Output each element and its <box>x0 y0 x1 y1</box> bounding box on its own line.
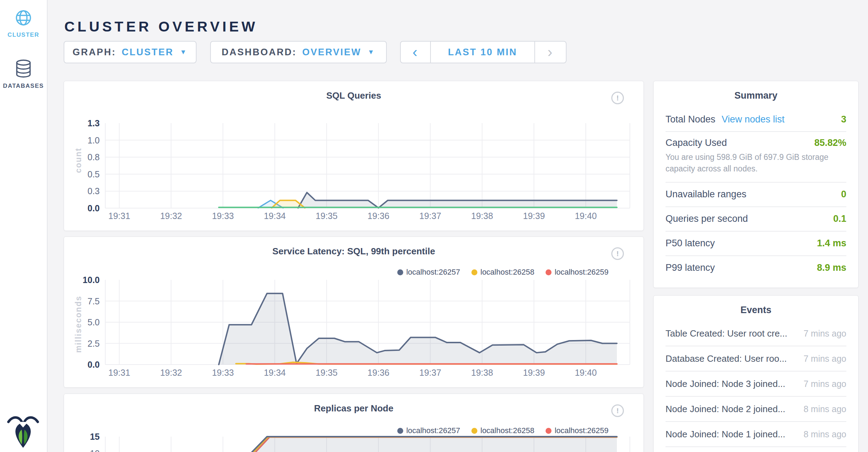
service-latency-plot[interactable]: 0.02.55.07.510.019:3119:3219:3319:3419:3… <box>64 237 644 388</box>
svg-text:19:38: 19:38 <box>471 368 493 377</box>
time-window-prev-button[interactable]: ‹ <box>401 42 431 63</box>
svg-text:19:37: 19:37 <box>419 211 441 221</box>
cockroachdb-logo <box>6 413 40 449</box>
summary-panel: Summary Total Nodes View nodes list 3 Ca… <box>653 81 859 288</box>
service-latency-panel: Service Latency: SQL, 99th percentile lo… <box>64 236 644 388</box>
svg-text:1.0: 1.0 <box>87 135 100 145</box>
graph-dropdown-label: GRAPH: <box>73 47 116 58</box>
graph-dropdown[interactable]: GRAPH: CLUSTER ▼ <box>64 41 197 63</box>
dashboard-dropdown-label: DASHBOARD: <box>222 47 297 58</box>
summary-value: 85.82% <box>814 137 846 148</box>
svg-text:19:31: 19:31 <box>108 211 130 221</box>
svg-text:0.0: 0.0 <box>87 360 100 369</box>
event-row: Node Joined: Node 3 joined... 7 mins ago <box>666 372 846 397</box>
sidebar: CLUSTER DATABASES <box>0 0 48 452</box>
sidebar-item-label: DATABASES <box>0 83 47 90</box>
svg-text:19:39: 19:39 <box>523 368 545 377</box>
svg-text:19:34: 19:34 <box>264 211 286 221</box>
svg-text:19:31: 19:31 <box>108 368 130 377</box>
events-panel: Events Table Created: User root cre... 7… <box>653 295 859 452</box>
replicas-per-node-plot[interactable]: 05101519:3119:3219:3319:3419:3519:3619:3… <box>64 394 644 452</box>
event-time: 7 mins ago <box>804 354 846 364</box>
graph-dropdown-value: CLUSTER <box>122 47 174 58</box>
summary-value: 1.4 ms <box>817 238 846 249</box>
summary-label: Queries per second <box>666 213 748 224</box>
sidebar-item-label: CLUSTER <box>0 31 47 38</box>
svg-text:19:38: 19:38 <box>471 211 493 221</box>
summary-label: Capacity Used <box>666 137 727 148</box>
svg-text:19:32: 19:32 <box>160 211 182 221</box>
svg-text:19:35: 19:35 <box>316 211 338 221</box>
svg-text:0.0: 0.0 <box>87 203 100 213</box>
svg-text:10: 10 <box>90 449 100 452</box>
svg-text:0.3: 0.3 <box>87 186 100 196</box>
svg-text:19:33: 19:33 <box>212 368 234 377</box>
summary-row-qps: Queries per second 0.1 <box>666 207 846 232</box>
summary-value: 3 <box>841 114 846 125</box>
svg-text:10.0: 10.0 <box>83 275 100 285</box>
svg-text:19:36: 19:36 <box>368 368 390 377</box>
event-text: Database Created: User roo... <box>666 353 787 364</box>
summary-value: 0.1 <box>833 213 846 224</box>
svg-text:1.3: 1.3 <box>87 118 100 128</box>
event-time: 7 mins ago <box>804 379 846 389</box>
summary-row-total-nodes: Total Nodes View nodes list 3 <box>666 107 846 132</box>
svg-text:5.0: 5.0 <box>87 317 100 327</box>
svg-text:19:40: 19:40 <box>575 368 597 377</box>
summary-row-p50: P50 latency 1.4 ms <box>666 232 846 256</box>
summary-label: P50 latency <box>666 238 715 249</box>
svg-text:0.8: 0.8 <box>87 152 100 162</box>
svg-text:15: 15 <box>90 432 100 442</box>
sql-queries-plot[interactable]: 0.00.30.50.81.01.319:3119:3219:3319:3419… <box>64 81 644 231</box>
summary-row-p99: P99 latency 8.9 ms <box>666 256 846 280</box>
svg-text:19:32: 19:32 <box>160 368 182 377</box>
summary-title: Summary <box>654 81 858 101</box>
time-window-selector: ‹ LAST 10 MIN › <box>400 41 567 63</box>
time-window-next-button[interactable]: › <box>534 42 566 63</box>
event-time: 7 mins ago <box>804 329 846 339</box>
event-text: Table Created: User root cre... <box>666 328 787 339</box>
svg-text:19:33: 19:33 <box>212 211 234 221</box>
summary-value: 8.9 ms <box>817 262 846 273</box>
summary-label: P99 latency <box>666 262 715 273</box>
event-time: 8 mins ago <box>804 404 846 414</box>
time-window-label[interactable]: LAST 10 MIN <box>431 47 534 58</box>
svg-text:7.5: 7.5 <box>87 296 100 306</box>
sidebar-item-cluster[interactable]: CLUSTER <box>0 9 47 38</box>
page-title: CLUSTER OVERVIEW <box>64 19 258 35</box>
event-row: Node Joined: Node 1 joined... 8 mins ago <box>666 422 846 447</box>
event-text: Node Joined: Node 3 joined... <box>666 379 785 389</box>
event-row: Table Created: User root cre... 7 mins a… <box>666 321 846 346</box>
svg-text:19:40: 19:40 <box>575 211 597 221</box>
summary-row-capacity: Capacity Used 85.82% You are using 598.9… <box>666 132 846 183</box>
dashboard-dropdown[interactable]: DASHBOARD: OVERVIEW ▼ <box>210 41 387 63</box>
event-row: Database Created: User roo... 7 mins ago <box>666 346 846 372</box>
sql-queries-panel: SQL Queries count 0.00.30.50.81.01.319:3… <box>64 81 644 231</box>
svg-text:19:35: 19:35 <box>316 368 338 377</box>
view-nodes-list-link[interactable]: View nodes list <box>722 114 785 125</box>
events-title: Events <box>654 296 858 316</box>
summary-row-unavailable-ranges: Unavailable ranges 0 <box>666 183 846 207</box>
svg-text:19:39: 19:39 <box>523 211 545 221</box>
event-row: Node Joined: Node 2 joined... 8 mins ago <box>666 397 846 422</box>
svg-text:19:37: 19:37 <box>419 368 441 377</box>
svg-text:19:36: 19:36 <box>368 211 390 221</box>
svg-text:2.5: 2.5 <box>87 339 100 348</box>
chevron-down-icon: ▼ <box>368 48 375 56</box>
dashboard-dropdown-value: OVERVIEW <box>302 47 361 58</box>
globe-icon <box>15 9 32 27</box>
capacity-subtext: You are using 598.9 GiB of 697.9 GiB sto… <box>666 151 839 175</box>
chevron-down-icon: ▼ <box>180 48 188 56</box>
event-text: Node Joined: Node 1 joined... <box>666 429 785 440</box>
sidebar-item-databases[interactable]: DATABASES <box>0 59 47 90</box>
svg-text:19:34: 19:34 <box>264 368 286 377</box>
event-text: Node Joined: Node 2 joined... <box>666 404 785 415</box>
event-time: 8 mins ago <box>804 429 846 439</box>
summary-label: Unavailable ranges <box>666 189 746 200</box>
summary-label: Total Nodes <box>666 114 716 125</box>
database-icon <box>15 59 32 78</box>
summary-value: 0 <box>841 189 846 200</box>
svg-text:0.5: 0.5 <box>87 169 100 179</box>
replicas-per-node-panel: Replicas per Node localhost:26257 localh… <box>64 394 644 452</box>
